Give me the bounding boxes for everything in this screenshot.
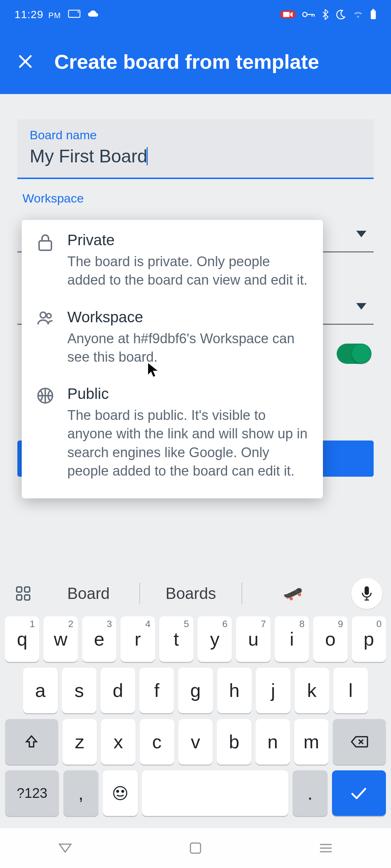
- key-c[interactable]: c: [140, 719, 174, 765]
- status-bar: 11:29 PM: [0, 0, 391, 29]
- key-symbols[interactable]: ?123: [5, 770, 59, 816]
- svg-point-15: [114, 787, 127, 800]
- key-s[interactable]: s: [62, 668, 96, 713]
- workspace-label: Workspace: [22, 191, 374, 205]
- svg-rect-12: [17, 595, 22, 600]
- text-cursor: [147, 147, 148, 165]
- key-y[interactable]: y: [198, 616, 232, 662]
- key-x[interactable]: x: [101, 719, 135, 765]
- svg-point-8: [47, 314, 51, 318]
- key-backspace[interactable]: [333, 719, 386, 765]
- system-nav-bar: [0, 828, 391, 868]
- key-enter[interactable]: [332, 770, 386, 816]
- globe-icon: [36, 387, 54, 480]
- record-badge-icon: [280, 10, 295, 18]
- svg-point-3: [303, 12, 307, 17]
- close-button[interactable]: [14, 51, 36, 72]
- key-j[interactable]: j: [256, 668, 290, 713]
- svg-rect-14: [365, 586, 369, 595]
- svg-point-17: [122, 791, 123, 792]
- nav-home-button[interactable]: [185, 837, 206, 859]
- page-title: Create board from template: [54, 50, 319, 73]
- key-v[interactable]: v: [178, 719, 213, 765]
- status-left: 11:29 PM: [14, 8, 100, 21]
- suggestion-bar: Board Boards 🛹: [0, 574, 391, 613]
- key-q[interactable]: q: [5, 616, 39, 662]
- chevron-down-icon: [356, 303, 366, 310]
- key-n[interactable]: n: [256, 719, 290, 765]
- status-right: [280, 9, 377, 20]
- keyboard-row: z x c v b n m: [5, 719, 386, 765]
- visibility-popup: Private The board is private. Only peopl…: [22, 220, 323, 498]
- suggestion-word[interactable]: Board: [38, 584, 139, 603]
- option-desc: The board is private. Only people added …: [67, 252, 308, 290]
- svg-rect-6: [39, 241, 51, 250]
- vpn-key-icon: [302, 11, 315, 18]
- mouse-cursor-icon: [147, 362, 160, 380]
- key-i[interactable]: i: [275, 616, 309, 662]
- nav-recent-button[interactable]: [315, 837, 337, 859]
- keyboard-row: q w e r t y u i o p: [5, 616, 386, 662]
- visibility-option-workspace[interactable]: Workspace Anyone at h#f9dbf6's Workspace…: [36, 309, 308, 367]
- svg-rect-0: [68, 10, 80, 17]
- suggestion-word[interactable]: Boards: [140, 584, 242, 603]
- key-e[interactable]: e: [82, 616, 116, 662]
- option-title: Workspace: [67, 309, 308, 326]
- key-shift[interactable]: [5, 719, 58, 765]
- key-d[interactable]: d: [101, 668, 135, 713]
- key-p[interactable]: p: [352, 616, 386, 662]
- key-space[interactable]: [142, 770, 289, 816]
- svg-rect-2: [283, 12, 290, 17]
- svg-rect-18: [190, 843, 201, 853]
- board-name-input[interactable]: My First Board: [30, 146, 147, 167]
- wifi-icon: [353, 10, 363, 19]
- svg-rect-4: [371, 10, 376, 19]
- option-title: Public: [67, 385, 308, 403]
- key-m[interactable]: m: [294, 719, 329, 765]
- cloud-icon: [88, 10, 100, 19]
- keyboard-apps-icon[interactable]: [9, 579, 38, 608]
- key-w[interactable]: w: [43, 616, 77, 662]
- key-l[interactable]: l: [333, 668, 368, 713]
- key-b[interactable]: b: [217, 719, 251, 765]
- key-period[interactable]: .: [293, 770, 327, 816]
- key-emoji[interactable]: [103, 770, 138, 816]
- key-z[interactable]: z: [63, 719, 97, 765]
- svg-rect-10: [17, 587, 22, 592]
- status-time-value: 11:29: [14, 8, 43, 20]
- key-f[interactable]: f: [139, 668, 174, 713]
- toggle-switch[interactable]: [337, 344, 371, 364]
- battery-icon: [370, 9, 377, 20]
- moon-dnd-icon: [335, 9, 346, 20]
- key-a[interactable]: a: [23, 668, 58, 713]
- key-g[interactable]: g: [178, 668, 213, 713]
- key-o[interactable]: o: [313, 616, 347, 662]
- key-r[interactable]: r: [121, 616, 155, 662]
- svg-rect-5: [372, 9, 374, 10]
- svg-point-16: [117, 791, 118, 792]
- option-desc: The board is public. It's visible to any…: [67, 406, 308, 480]
- chevron-down-icon: [356, 231, 366, 237]
- key-k[interactable]: k: [295, 668, 329, 713]
- board-name-label: Board name: [30, 128, 361, 142]
- suggestion-emoji[interactable]: 🛹: [242, 584, 344, 603]
- people-icon: [36, 311, 54, 367]
- status-ampm: PM: [48, 11, 61, 20]
- option-desc: Anyone at h#f9dbf6's Workspace can see t…: [67, 329, 308, 367]
- cast-icon: [68, 10, 80, 19]
- nav-back-button[interactable]: [54, 837, 76, 859]
- key-comma[interactable]: ,: [63, 770, 98, 816]
- key-u[interactable]: u: [236, 616, 270, 662]
- keyboard-rows: q w e r t y u i o p a s d f g h j k l: [0, 613, 391, 828]
- key-h[interactable]: h: [217, 668, 252, 713]
- keyboard-row: a s d f g h j k l: [5, 668, 386, 713]
- visibility-option-public[interactable]: Public The board is public. It's visible…: [36, 385, 308, 480]
- app-bar: Create board from template: [0, 29, 391, 94]
- toggle-knob: [352, 344, 371, 363]
- svg-point-1: [77, 11, 79, 13]
- visibility-option-private[interactable]: Private The board is private. Only peopl…: [36, 231, 308, 290]
- mic-button[interactable]: [351, 578, 382, 609]
- board-name-field[interactable]: Board name My First Board: [17, 119, 374, 179]
- key-t[interactable]: t: [159, 616, 193, 662]
- svg-point-7: [40, 312, 46, 318]
